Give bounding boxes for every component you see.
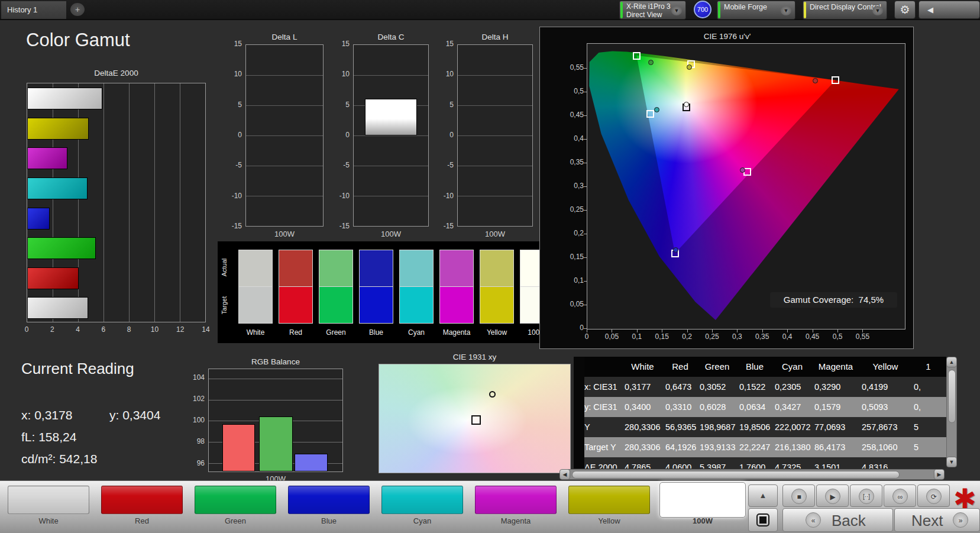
workflow-dropdown[interactable]: Direct Display Control ▼ xyxy=(803,1,887,20)
interval-button[interactable]: [··] xyxy=(850,484,882,507)
patch-button-green[interactable] xyxy=(195,486,276,514)
table-row: Y280,330656,9365198,968719,8506222,00727… xyxy=(574,417,946,437)
gridline xyxy=(354,75,428,76)
settings-button[interactable]: ⚙ xyxy=(894,1,916,19)
stop-square-icon xyxy=(756,513,769,526)
gridline xyxy=(180,83,180,322)
patch-button-yellow[interactable] xyxy=(568,486,650,514)
horizontal-scroll-thumb[interactable] xyxy=(572,471,900,479)
table-gutter xyxy=(574,357,584,469)
stop-pattern-button[interactable] xyxy=(748,508,778,532)
collapse-strip-button[interactable]: ▲ xyxy=(748,484,778,507)
next-label: Next xyxy=(911,512,943,530)
deltae-bar-100w xyxy=(27,88,102,109)
patch-button-red[interactable] xyxy=(101,486,183,514)
infinity-icon: ∞ xyxy=(892,489,908,504)
gridline xyxy=(154,83,155,322)
patch-label: Green xyxy=(189,516,282,525)
add-tab-button[interactable]: + xyxy=(70,3,85,16)
x-tick xyxy=(637,330,638,332)
measured-marker-white xyxy=(684,102,689,107)
table-vertical-scrollbar[interactable]: ▲ ▼ xyxy=(946,357,957,467)
patch-button-100w[interactable] xyxy=(659,482,746,518)
table-cell: 4,8316 xyxy=(862,457,911,469)
chevron-left-double-icon: « xyxy=(806,512,821,528)
table-cell: 0,6473 xyxy=(665,377,697,397)
table-cell: 56,9365 xyxy=(665,417,697,437)
gridline xyxy=(458,196,532,196)
table-cell: 86,4173 xyxy=(814,437,859,457)
y-tick xyxy=(584,92,587,92)
back-button[interactable]: « Back xyxy=(782,508,893,532)
y-tick-label: 0,35 xyxy=(551,158,584,166)
y-tick xyxy=(584,257,587,258)
x-tick xyxy=(687,330,688,332)
patch-button-cyan[interactable] xyxy=(381,486,463,514)
measured-marker-green xyxy=(648,60,654,65)
table-row: x: CIE310,31770,64730,30520,15220,23050,… xyxy=(574,377,946,397)
x-tick-label: 0 xyxy=(22,325,31,334)
patch-button-blue[interactable] xyxy=(288,486,370,514)
workflow-status-stripe xyxy=(804,2,806,18)
table-cell: 22,2247 xyxy=(739,437,772,457)
table-cell: 0,6028 xyxy=(700,397,737,417)
stop-button[interactable]: ■ xyxy=(782,484,815,507)
refresh-button[interactable]: ⟳ xyxy=(917,484,950,507)
next-button[interactable]: Next » xyxy=(894,508,980,532)
collapse-panel-button[interactable]: ◀ xyxy=(918,1,980,19)
table-cell: 0,3400 xyxy=(625,397,663,417)
y-tick-label: -10 xyxy=(328,192,350,200)
row-label: x: CIE31 xyxy=(584,377,622,397)
chevron-down-icon[interactable]: ▼ xyxy=(872,6,883,15)
gridline xyxy=(458,75,532,76)
gridline xyxy=(209,400,342,400)
table-header-row: WhiteRedGreenBlueCyanMagentaYellow1 xyxy=(574,357,946,377)
gridline xyxy=(104,83,104,322)
y-tick xyxy=(584,139,587,140)
y-tick-label: -15 xyxy=(432,222,454,230)
table-cell: 3,1501 xyxy=(814,457,859,469)
patch-label: 100W xyxy=(656,516,749,525)
target-marker-green xyxy=(633,52,641,60)
tab-history-1[interactable]: History 1 xyxy=(1,1,66,19)
vertical-scroll-thumb[interactable] xyxy=(948,370,956,423)
swatch-compare-panel: ActualTargetWhiteRedGreenBlueCyanMagenta… xyxy=(218,241,556,343)
y-tick xyxy=(584,234,587,234)
meter-dropdown[interactable]: X-Rite i1Pro 3 Direct View ▼ xyxy=(619,1,686,20)
play-button[interactable]: ▶ xyxy=(816,484,849,507)
y-tick-label: 0,25 xyxy=(551,205,584,214)
row-label: y: CIE31 xyxy=(584,397,622,417)
chevron-down-icon[interactable]: ▼ xyxy=(671,6,682,15)
continuous-button[interactable]: ∞ xyxy=(884,484,916,507)
table-cell: 0,5093 xyxy=(862,397,911,417)
source-dropdown[interactable]: Mobile Forge ▼ xyxy=(717,1,795,20)
table-cell: 77,0693 xyxy=(814,417,859,437)
table-cell: 0,3177 xyxy=(625,377,663,397)
table-horizontal-scrollbar[interactable]: ◀ ▶ xyxy=(559,469,945,480)
stop-icon: ■ xyxy=(791,489,807,504)
chevron-down-icon[interactable]: ▼ xyxy=(781,6,791,15)
column-header: White xyxy=(622,357,663,377)
gridline xyxy=(246,105,323,106)
gridline xyxy=(246,166,323,166)
deltae-bar-green xyxy=(27,237,96,259)
y-tick-label: 96 xyxy=(183,459,205,467)
y-tick xyxy=(584,281,587,282)
scroll-up-button[interactable]: ▲ xyxy=(946,357,957,367)
scroll-left-button[interactable]: ◀ xyxy=(559,469,570,480)
scroll-right-button[interactable]: ▶ xyxy=(934,469,945,480)
y-tick-label: 10 xyxy=(328,70,350,78)
column-header: Blue xyxy=(737,357,772,377)
patch-button-magenta[interactable] xyxy=(475,486,557,514)
deltae-bar-white xyxy=(27,297,88,319)
reading-fl: fL: 158,24 xyxy=(21,430,76,444)
measured-marker-cyan xyxy=(654,107,659,112)
y-tick-label: -5 xyxy=(328,161,350,169)
scroll-down-button[interactable]: ▼ xyxy=(946,457,957,467)
column-header: Green xyxy=(697,357,737,377)
gridline xyxy=(246,196,323,196)
patch-button-white[interactable] xyxy=(8,486,89,514)
y-tick-label: 0 xyxy=(328,131,350,139)
y-tick-label: 15 xyxy=(432,40,454,48)
y-tick-label: 0,15 xyxy=(551,253,584,261)
